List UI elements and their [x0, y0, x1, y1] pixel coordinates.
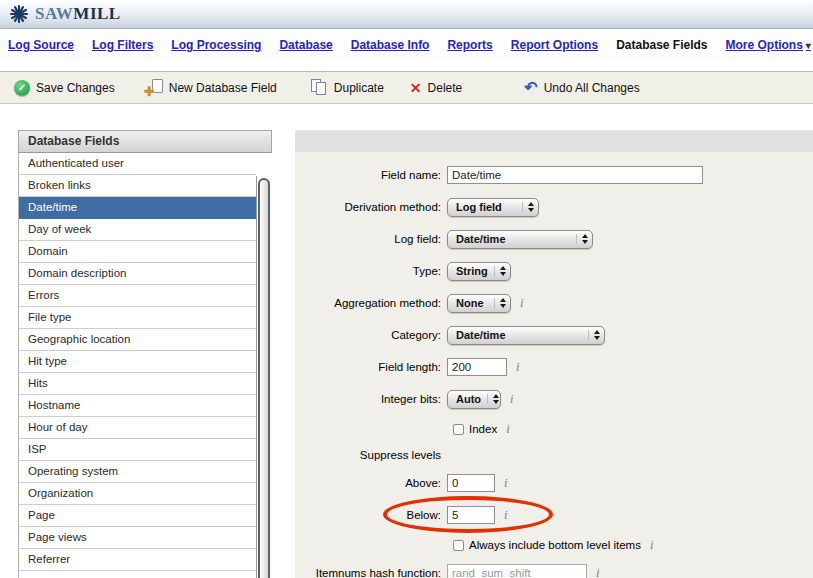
list-item-domain[interactable]: Domain: [19, 241, 256, 263]
nav-database-info[interactable]: Database Info: [351, 38, 430, 52]
popup-arrows-icon: [487, 394, 499, 404]
list-item-domain-description[interactable]: Domain description: [19, 263, 256, 285]
field-length-label: Field length:: [295, 361, 447, 373]
category-label: Category:: [295, 329, 447, 341]
integer-bits-label: Integer bits:: [295, 393, 447, 405]
list-item-hit-type[interactable]: Hit type: [19, 351, 256, 373]
new-database-field-label: New Database Field: [169, 81, 277, 95]
type-select[interactable]: String: [447, 262, 511, 281]
index-checkbox[interactable]: [453, 424, 464, 435]
list-item-date-time-selected[interactable]: Date/time: [19, 197, 256, 219]
category-select[interactable]: Date/time: [447, 326, 605, 345]
field-editor-panel: Field name: Derivation method: Log field…: [295, 130, 813, 578]
logo-wordmark: SAWMILL: [35, 4, 121, 24]
save-changes-button[interactable]: ✓ Save Changes: [14, 80, 115, 96]
suppress-levels-label: Suppress levels: [295, 449, 447, 461]
integer-bits-value: Auto: [456, 393, 481, 405]
undo-all-changes-button[interactable]: ↶ Undo All Changes: [524, 81, 639, 95]
list-item-hostname[interactable]: Hostname: [19, 395, 256, 417]
duplicate-button[interactable]: Duplicate: [311, 79, 384, 96]
info-icon[interactable]: i: [516, 360, 519, 375]
index-row: Index i: [295, 421, 813, 437]
delete-label: Delete: [428, 81, 463, 95]
info-icon[interactable]: i: [504, 476, 507, 491]
info-icon[interactable]: i: [596, 566, 599, 578]
aggregation-method-select[interactable]: None: [447, 294, 511, 313]
itemnums-hash-row: Itemnums hash function: i: [295, 563, 813, 578]
aggregation-method-row: Aggregation method: None i: [295, 293, 813, 313]
list-item-hits[interactable]: Hits: [19, 373, 256, 395]
log-field-row: Log field: Date/time: [295, 229, 813, 249]
sawblade-icon: [8, 3, 30, 25]
log-field-value: Date/time: [456, 233, 506, 245]
info-icon[interactable]: i: [510, 392, 513, 407]
chevron-down-icon: ▾: [806, 40, 811, 51]
popup-arrows-icon: [522, 202, 534, 212]
always-include-label: Always include bottom level items: [469, 539, 641, 551]
nav-log-filters[interactable]: Log Filters: [92, 38, 153, 52]
derivation-method-row: Derivation method: Log field: [295, 197, 813, 217]
integer-bits-row: Integer bits: Auto i: [295, 389, 813, 409]
info-icon[interactable]: i: [504, 508, 507, 523]
field-editor-form: Field name: Derivation method: Log field…: [295, 152, 813, 578]
info-icon[interactable]: i: [506, 422, 509, 437]
aggregation-method-label: Aggregation method:: [295, 297, 447, 309]
app-header: SAWMILL: [0, 0, 813, 29]
new-database-field-button[interactable]: ✚ New Database Field: [145, 79, 277, 96]
field-length-row: Field length: i: [295, 357, 813, 377]
list-item-errors[interactable]: Errors: [19, 285, 256, 307]
log-field-select[interactable]: Date/time: [447, 230, 593, 249]
category-row: Category: Date/time: [295, 325, 813, 345]
always-include-row: Always include bottom level items i: [295, 537, 813, 553]
nav-reports[interactable]: Reports: [447, 38, 492, 52]
list-item-geographic-location[interactable]: Geographic location: [19, 329, 256, 351]
list-item-day-of-week[interactable]: Day of week: [19, 219, 256, 241]
nav-database-fields-active[interactable]: Database Fields: [616, 38, 707, 52]
always-include-checkbox[interactable]: [453, 540, 464, 551]
popup-arrows-icon: [576, 234, 588, 244]
info-icon[interactable]: i: [650, 538, 653, 553]
nav-log-source[interactable]: Log Source: [8, 38, 74, 52]
nav-database[interactable]: Database: [279, 38, 332, 52]
field-name-label: Field name:: [295, 169, 447, 181]
derivation-method-select[interactable]: Log field: [447, 198, 539, 217]
action-toolbar: ✓ Save Changes ✚ New Database Field Dupl…: [0, 71, 813, 104]
duplicate-label: Duplicate: [334, 81, 384, 95]
list-item-isp[interactable]: ISP: [19, 439, 256, 461]
nav-report-options[interactable]: Report Options: [511, 38, 598, 52]
list-item-hour-of-day[interactable]: Hour of day: [19, 417, 256, 439]
duplicate-pages-icon: [311, 79, 328, 96]
list-item-operating-system[interactable]: Operating system: [19, 461, 256, 483]
popup-arrows-icon: [494, 298, 506, 308]
undo-arrow-icon: ↶: [524, 81, 537, 95]
nav-more-options[interactable]: More Options▾: [726, 38, 811, 52]
itemnums-hash-input[interactable]: [447, 564, 587, 578]
info-icon[interactable]: i: [520, 296, 523, 311]
derivation-method-label: Derivation method:: [295, 201, 447, 213]
above-input[interactable]: [447, 474, 495, 492]
save-changes-label: Save Changes: [36, 81, 115, 95]
sawmill-logo: SAWMILL: [8, 3, 121, 25]
below-input[interactable]: [447, 506, 495, 524]
suppress-below-row: Below: i: [295, 505, 813, 525]
list-item-file-type[interactable]: File type: [19, 307, 256, 329]
database-fields-sidebar: Database Fields Authenticated user Broke…: [18, 130, 272, 578]
list-item-page[interactable]: Page: [19, 505, 256, 527]
list-item-page-views[interactable]: Page views: [19, 527, 256, 549]
popup-arrows-icon: [494, 266, 506, 276]
list-item-organization[interactable]: Organization: [19, 483, 256, 505]
scrollbar-thumb[interactable]: [258, 178, 270, 578]
list-item-authenticated-user[interactable]: Authenticated user: [19, 153, 256, 175]
field-length-input[interactable]: [447, 358, 507, 376]
aggregation-method-value: None: [456, 297, 484, 309]
integer-bits-select[interactable]: Auto: [447, 390, 501, 409]
index-checkbox-label: Index: [469, 423, 497, 435]
above-label: Above:: [295, 477, 447, 489]
list-item-referrer[interactable]: Referrer: [19, 549, 256, 571]
list-item-broken-links[interactable]: Broken links: [19, 175, 256, 197]
delete-button[interactable]: ✕ Delete: [410, 81, 462, 95]
nav-log-processing[interactable]: Log Processing: [171, 38, 261, 52]
delete-x-icon: ✕: [410, 81, 422, 95]
sidebar-scrollbar[interactable]: [256, 176, 272, 578]
field-name-input[interactable]: [447, 166, 703, 184]
